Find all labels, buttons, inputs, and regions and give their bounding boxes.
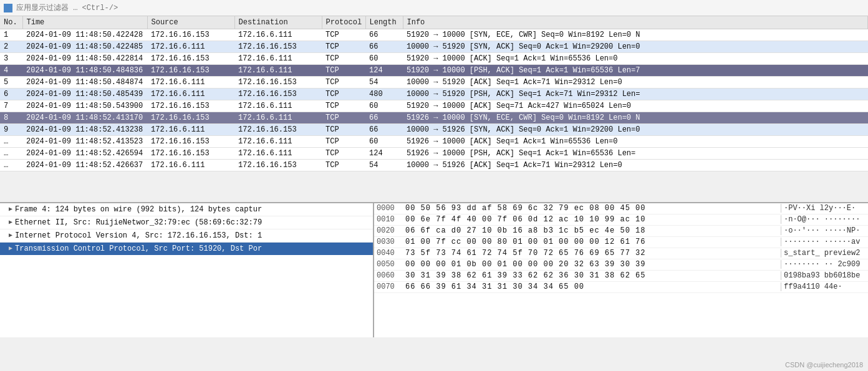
- protocol-tree: ▶Frame 4: 124 bytes on wire (992 bits), …: [0, 203, 374, 337]
- cell-info: 51926 → 10000 [SYN, ECE, CWR] Seq=0 Win=…: [403, 112, 868, 124]
- cell-source: 172.16.16.153: [147, 148, 234, 160]
- cell-dest: 172.16.16.153: [234, 89, 322, 100]
- table-row[interactable]: 92024-01-09 11:48:52.413238172.16.6.1111…: [0, 124, 868, 136]
- hex-ascii: ff9a4110 44e·: [781, 282, 868, 291]
- cell-dest: 172.16.6.111: [234, 112, 322, 124]
- cell-info: 51920 → 10000 [SYN, ECE, CWR] Seq=0 Win=…: [403, 29, 868, 41]
- filter-bar: [0, 0, 868, 16]
- packet-table-body: 12024-01-09 11:48:50.422428172.16.16.153…: [0, 29, 868, 171]
- hex-row: 003001 00 7f cc 00 00 80 01 00 01 00 00 …: [374, 237, 868, 248]
- table-row[interactable]: 22024-01-09 11:48:50.422485172.16.6.1111…: [0, 41, 868, 53]
- cell-dest: 172.16.16.153: [234, 77, 322, 89]
- hex-offset: 0010: [374, 215, 402, 224]
- cell-length: 66: [365, 112, 403, 124]
- cell-dest: 172.16.6.111: [234, 148, 322, 160]
- cell-time: 2024-01-09 11:48:50.422485: [22, 41, 147, 53]
- cell-source: 172.16.16.153: [147, 65, 234, 77]
- cell-length: 480: [365, 89, 403, 100]
- table-row[interactable]: …2024-01-09 11:48:52.426637172.16.6.1111…: [0, 160, 868, 171]
- tree-item-label: Ethernet II, Src: RuijieNetwor_32:79:ec …: [15, 218, 262, 227]
- tree-item-label: Transmission Control Protocol, Src Port:…: [15, 244, 262, 253]
- cell-info: 10000 → 51920 [ACK] Seq=1 Ack=71 Win=293…: [403, 77, 868, 89]
- cell-dest: 172.16.6.111: [234, 136, 322, 148]
- cell-protocol: TCP: [322, 124, 365, 136]
- col-header-time: Time: [22, 16, 147, 29]
- cell-length: 66: [365, 124, 403, 136]
- cell-time: 2024-01-09 11:48:50.422428: [22, 29, 147, 41]
- table-row[interactable]: 72024-01-09 11:48:50.543900172.16.16.153…: [0, 100, 868, 112]
- table-row[interactable]: 52024-01-09 11:48:50.484874172.16.6.1111…: [0, 77, 868, 89]
- tree-item[interactable]: ▶Transmission Control Protocol, Src Port…: [0, 243, 373, 255]
- cell-protocol: TCP: [322, 29, 365, 41]
- cell-protocol: TCP: [322, 53, 365, 65]
- tree-item-label: Frame 4: 124 bytes on wire (992 bits), 1…: [15, 205, 262, 214]
- table-row[interactable]: 82024-01-09 11:48:52.413170172.16.16.153…: [0, 112, 868, 124]
- table-row[interactable]: 32024-01-09 11:48:50.422814172.16.16.153…: [0, 53, 868, 65]
- tree-item[interactable]: ▶Frame 4: 124 bytes on wire (992 bits), …: [0, 203, 373, 216]
- tree-arrow-icon: ▶: [9, 218, 12, 226]
- hex-row: 004073 5f 73 74 61 72 74 5f 70 72 65 76 …: [374, 248, 868, 259]
- watermark: CSDN @cuijiecheng2018: [785, 361, 863, 369]
- cell-time: 2024-01-09 11:48:52.413238: [22, 124, 147, 136]
- hex-bytes: 73 5f 73 74 61 72 74 5f 70 72 65 76 69 6…: [402, 249, 781, 258]
- cell-source: 172.16.16.153: [147, 53, 234, 65]
- hex-offset: 0020: [374, 226, 402, 235]
- hex-ascii: 0198ba93 bb6018be: [781, 271, 868, 280]
- hex-ascii: ·PV··Xi l2y···E·: [781, 204, 868, 213]
- filter-icon: [4, 4, 12, 12]
- tree-item[interactable]: ▶Internet Protocol Version 4, Src: 172.1…: [0, 229, 373, 243]
- cell-length: 54: [365, 160, 403, 171]
- hex-offset: 0060: [374, 271, 402, 280]
- col-header-info: Info: [403, 16, 868, 29]
- table-row[interactable]: …2024-01-09 11:48:52.426594172.16.16.153…: [0, 148, 868, 160]
- cell-length: 124: [365, 148, 403, 160]
- cell-no: 7: [0, 100, 22, 112]
- hex-row: 005000 00 00 01 0b 00 01 00 00 00 20 32 …: [374, 259, 868, 271]
- hex-bytes: 00 6e 7f 4f 40 00 7f 06 0d 12 ac 10 10 9…: [402, 215, 781, 224]
- table-row[interactable]: 42024-01-09 11:48:50.484836172.16.16.153…: [0, 65, 868, 77]
- hex-content: 000000 50 56 93 dd af 58 69 6c 32 79 ec …: [374, 203, 868, 337]
- tree-arrow-icon: ▶: [9, 231, 12, 239]
- filter-input[interactable]: [16, 4, 864, 12]
- table-row[interactable]: 12024-01-09 11:48:50.422428172.16.16.153…: [0, 29, 868, 41]
- cell-source: 172.16.6.111: [147, 41, 234, 53]
- cell-time: 2024-01-09 11:48:52.413523: [22, 136, 147, 148]
- cell-no: 6: [0, 89, 22, 100]
- cell-dest: 172.16.6.111: [234, 53, 322, 65]
- hex-row: 006030 31 39 38 62 61 39 33 62 62 36 30 …: [374, 271, 868, 282]
- cell-protocol: TCP: [322, 41, 365, 53]
- cell-length: 60: [365, 100, 403, 112]
- hex-offset: 0000: [374, 204, 402, 213]
- cell-info: 51920 → 10000 [ACK] Seq=71 Ack=427 Win=6…: [403, 100, 868, 112]
- table-row[interactable]: …2024-01-09 11:48:52.413523172.16.16.153…: [0, 136, 868, 148]
- hex-ascii: ········ ······av: [781, 238, 868, 246]
- hex-ascii: ·n·O@··· ········: [781, 215, 868, 224]
- cell-time: 2024-01-09 11:48:50.543900: [22, 100, 147, 112]
- hex-bytes: 01 00 7f cc 00 00 80 01 00 01 00 00 00 1…: [402, 238, 781, 246]
- cell-protocol: TCP: [322, 136, 365, 148]
- cell-time: 2024-01-09 11:48:50.485439: [22, 89, 147, 100]
- cell-length: 66: [365, 29, 403, 41]
- cell-time: 2024-01-09 11:48:50.422814: [22, 53, 147, 65]
- cell-time: 2024-01-09 11:48:52.426637: [22, 160, 147, 171]
- hex-bytes: 30 31 39 38 62 61 39 33 62 62 36 30 31 3…: [402, 271, 781, 280]
- cell-protocol: TCP: [322, 148, 365, 160]
- cell-source: 172.16.16.153: [147, 136, 234, 148]
- cell-info: 51926 → 10000 [PSH, ACK] Seq=1 Ack=1 Win…: [403, 148, 868, 160]
- hex-row: 001000 6e 7f 4f 40 00 7f 06 0d 12 ac 10 …: [374, 214, 868, 226]
- cell-source: 172.16.6.111: [147, 160, 234, 171]
- packet-table: No.TimeSourceDestinationProtocolLengthIn…: [0, 16, 868, 171]
- cell-source: 172.16.6.111: [147, 89, 234, 100]
- hex-offset: 0070: [374, 282, 402, 291]
- col-header-dest: Destination: [234, 16, 322, 29]
- cell-no: 2: [0, 41, 22, 53]
- cell-length: 60: [365, 136, 403, 148]
- cell-info: 51926 → 10000 [ACK] Seq=1 Ack=1 Win=6553…: [403, 136, 868, 148]
- tree-arrow-icon: ▶: [9, 244, 12, 252]
- cell-dest: 172.16.16.153: [234, 41, 322, 53]
- cell-info: 51920 → 10000 [ACK] Seq=1 Ack=1 Win=6553…: [403, 53, 868, 65]
- table-row[interactable]: 62024-01-09 11:48:50.485439172.16.6.1111…: [0, 89, 868, 100]
- col-header-protocol: Protocol: [322, 16, 365, 29]
- cell-no: …: [0, 136, 22, 148]
- tree-item[interactable]: ▶Ethernet II, Src: RuijieNetwor_32:79:ec…: [0, 216, 373, 229]
